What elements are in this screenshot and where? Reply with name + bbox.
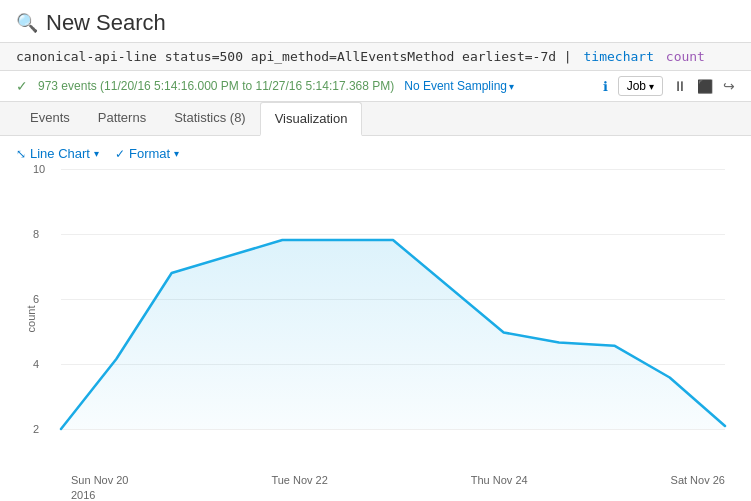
search-query: canonical-api-line status=500 api_method… <box>16 49 705 64</box>
x-label-sun: Sun Nov 20 2016 <box>71 473 128 501</box>
chevron-down-icon: ▾ <box>509 81 514 92</box>
no-sampling-button[interactable]: No Event Sampling ▾ <box>404 79 514 93</box>
tab-events[interactable]: Events <box>16 102 84 135</box>
chart-wrapper: count 10 8 6 4 2 <box>16 169 735 469</box>
chart-fill <box>61 240 725 429</box>
line-chart-chevron-icon: ▾ <box>94 148 99 159</box>
info-icon: ℹ <box>603 79 608 94</box>
events-count: 973 events (11/20/16 5:14:16.000 PM to 1… <box>38 79 394 93</box>
format-label: Format <box>129 146 170 161</box>
format-button[interactable]: ✓ Format ▾ <box>115 146 179 161</box>
job-label: Job <box>627 79 646 93</box>
job-button[interactable]: Job ▾ <box>618 76 663 96</box>
line-chart-icon: ⤡ <box>16 147 26 161</box>
stop-button[interactable]: ⬛ <box>697 79 713 94</box>
tab-visualization[interactable]: Visualization <box>260 102 363 136</box>
tabs: Events Patterns Statistics (8) Visualiza… <box>0 102 751 136</box>
chart-controls: ⤡ Line Chart ▾ ✓ Format ▾ <box>16 146 735 161</box>
y-axis-label: count <box>25 306 37 333</box>
y-label-8: 8 <box>33 228 39 240</box>
page-title: New Search <box>46 10 166 36</box>
x-label-tue: Tue Nov 22 <box>271 473 327 501</box>
line-chart-svg <box>61 169 725 429</box>
grid-line-2: 2 <box>61 429 725 430</box>
count-keyword: count <box>666 49 705 64</box>
search-icon: 🔍 <box>16 12 38 34</box>
format-icon: ✓ <box>115 147 125 161</box>
search-bar: canonical-api-line status=500 api_method… <box>0 43 751 71</box>
timechart-keyword: timechart <box>584 49 654 64</box>
tab-patterns[interactable]: Patterns <box>84 102 160 135</box>
header: 🔍 New Search <box>0 0 751 43</box>
x-label-thu: Thu Nov 24 <box>471 473 528 501</box>
no-sampling-label: No Event Sampling <box>404 79 507 93</box>
share-button[interactable]: ↪ <box>723 78 735 94</box>
chart-area: ⤡ Line Chart ▾ ✓ Format ▾ count 10 8 6 4 <box>0 136 751 501</box>
status-bar: ✓ 973 events (11/20/16 5:14:16.000 PM to… <box>0 71 751 102</box>
line-chart-button[interactable]: ⤡ Line Chart ▾ <box>16 146 99 161</box>
y-label-4: 4 <box>33 358 39 370</box>
tab-statistics[interactable]: Statistics (8) <box>160 102 260 135</box>
check-icon: ✓ <box>16 78 28 94</box>
x-axis: Sun Nov 20 2016 Tue Nov 22 Thu Nov 24 Sa… <box>71 473 725 501</box>
job-chevron-icon: ▾ <box>649 81 654 92</box>
pause-button[interactable]: ⏸ <box>673 78 687 94</box>
line-chart-label: Line Chart <box>30 146 90 161</box>
y-label-6: 6 <box>33 293 39 305</box>
query-text: canonical-api-line status=500 api_method… <box>16 49 572 64</box>
y-label-2: 2 <box>33 423 39 435</box>
format-chevron-icon: ▾ <box>174 148 179 159</box>
chart-inner: 10 8 6 4 2 <box>61 169 725 429</box>
y-label-10: 10 <box>33 163 45 175</box>
x-label-sat: Sat Nov 26 <box>671 473 725 501</box>
